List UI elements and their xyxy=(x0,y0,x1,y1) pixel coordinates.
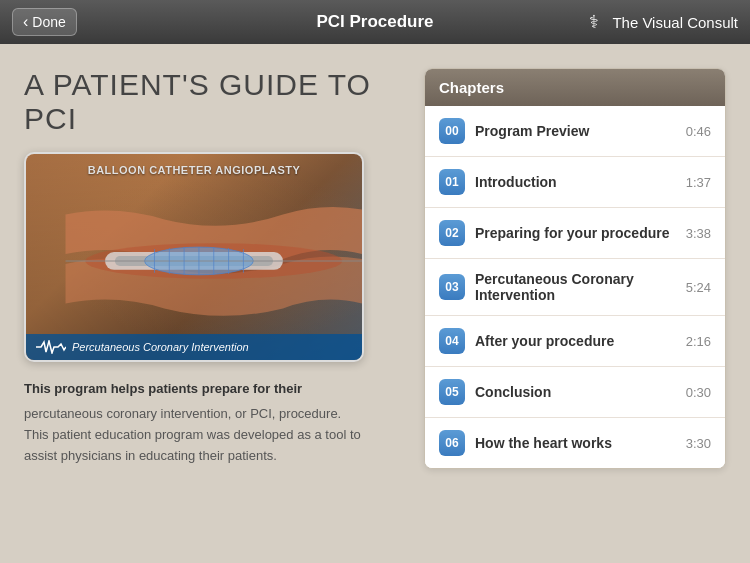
chapter-badge-5: 05 xyxy=(439,379,465,405)
artery-illustration xyxy=(26,174,362,344)
chapter-item-6[interactable]: 06How the heart works3:30 xyxy=(425,418,725,468)
chapter-item-5[interactable]: 05Conclusion0:30 xyxy=(425,367,725,418)
video-bottom-label: Percutaneous Coronary Intervention xyxy=(72,341,249,353)
chapters-box: Chapters 00Program Preview0:4601Introduc… xyxy=(424,68,726,469)
chapter-title-0: Program Preview xyxy=(475,123,686,139)
chapter-title-6: How the heart works xyxy=(475,435,686,451)
chapter-title-1: Introduction xyxy=(475,174,686,190)
chapter-item-3[interactable]: 03Percutaneous Coronary Intervention5:24 xyxy=(425,259,725,316)
chapter-item-4[interactable]: 04After your procedure2:16 xyxy=(425,316,725,367)
chapter-duration-0: 0:46 xyxy=(686,124,711,139)
chapter-duration-2: 3:38 xyxy=(686,226,711,241)
chapter-badge-3: 03 xyxy=(439,274,465,300)
video-bottom-bar: Percutaneous Coronary Intervention xyxy=(26,334,362,360)
chapter-duration-5: 0:30 xyxy=(686,385,711,400)
chapter-item-1[interactable]: 01Introduction1:37 xyxy=(425,157,725,208)
video-content: BALLOON CATHETER ANGIOPLASTY xyxy=(26,154,362,360)
chapter-title-5: Conclusion xyxy=(475,384,686,400)
ecg-icon xyxy=(36,340,66,354)
left-panel: A PATIENT'S GUIDE TO PCI BALLOON CATHETE… xyxy=(24,68,404,563)
navbar: ‹ Done PCI Procedure ⚕ The Visual Consul… xyxy=(0,0,750,44)
chapter-title-4: After your procedure xyxy=(475,333,686,349)
chapter-duration-6: 3:30 xyxy=(686,436,711,451)
chapter-duration-3: 5:24 xyxy=(686,280,711,295)
chapter-title-3: Percutaneous Coronary Intervention xyxy=(475,271,686,303)
nav-logo: ⚕ The Visual Consult xyxy=(582,10,738,34)
chapter-title-2: Preparing for your procedure xyxy=(475,225,686,241)
description-body: percutaneous coronary intervention, or P… xyxy=(24,404,364,466)
chapter-item-2[interactable]: 02Preparing for your procedure3:38 xyxy=(425,208,725,259)
video-thumbnail[interactable]: BALLOON CATHETER ANGIOPLASTY xyxy=(24,152,364,362)
chapter-badge-4: 04 xyxy=(439,328,465,354)
chapter-badge-2: 02 xyxy=(439,220,465,246)
right-panel: Chapters 00Program Preview0:4601Introduc… xyxy=(424,68,726,563)
logo-text: The Visual Consult xyxy=(612,14,738,31)
chapter-badge-0: 00 xyxy=(439,118,465,144)
nav-title: PCI Procedure xyxy=(316,12,433,32)
description-bold: This program helps patients prepare for … xyxy=(24,380,364,398)
chapter-badge-1: 01 xyxy=(439,169,465,195)
chapters-header: Chapters xyxy=(425,69,725,106)
main-content: A PATIENT'S GUIDE TO PCI BALLOON CATHETE… xyxy=(0,44,750,563)
chapter-duration-1: 1:37 xyxy=(686,175,711,190)
logo-icon: ⚕ xyxy=(582,10,606,34)
page-title: A PATIENT'S GUIDE TO PCI xyxy=(24,68,404,136)
description: This program helps patients prepare for … xyxy=(24,380,364,467)
chapter-duration-4: 2:16 xyxy=(686,334,711,349)
chapter-badge-6: 06 xyxy=(439,430,465,456)
chapter-item-0[interactable]: 00Program Preview0:46 xyxy=(425,106,725,157)
back-chevron-icon: ‹ xyxy=(23,13,28,31)
chapters-list: 00Program Preview0:4601Introduction1:370… xyxy=(425,106,725,468)
done-button[interactable]: ‹ Done xyxy=(12,8,77,36)
done-label: Done xyxy=(32,14,65,30)
